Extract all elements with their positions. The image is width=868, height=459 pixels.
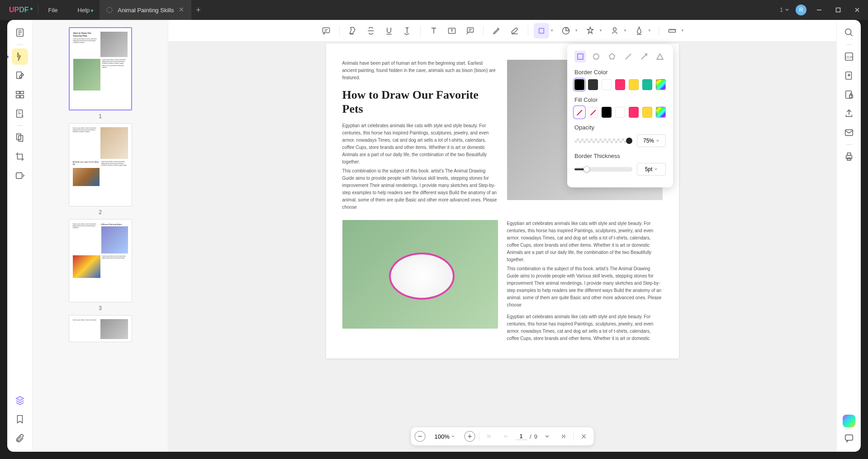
comment-mode-button[interactable] [12, 48, 28, 65]
color-swatch-pink[interactable] [629, 107, 639, 118]
callout-tool[interactable] [462, 23, 478, 38]
thumbnail-number: 2 [99, 209, 102, 215]
print-button[interactable] [841, 148, 857, 165]
color-swatch-none[interactable] [574, 107, 584, 118]
comment-tool[interactable] [318, 23, 334, 38]
crop-button[interactable] [12, 148, 28, 165]
shape-circle[interactable] [590, 51, 602, 62]
color-swatch-pink[interactable] [615, 79, 625, 90]
menu-file[interactable]: File [38, 7, 68, 14]
protect-button[interactable] [841, 86, 857, 103]
titlebar-dropdown[interactable]: 1 [780, 7, 789, 13]
last-page-button[interactable] [557, 430, 570, 443]
first-page-button[interactable] [483, 430, 495, 443]
shape-properties-popup: Border Color Fill Color Opacity [567, 44, 673, 187]
color-swatch-black[interactable] [574, 79, 584, 90]
close-window-button[interactable] [851, 4, 863, 16]
text-tool[interactable] [426, 23, 441, 38]
shape-triangle[interactable] [655, 51, 666, 62]
color-swatch-white[interactable] [615, 107, 625, 118]
color-swatch-darkgray[interactable] [588, 79, 598, 90]
thumbnail-page-1[interactable]: How to Draw Our Favorite Pets Lorem ipsu… [69, 27, 132, 110]
signature-tool[interactable] [607, 23, 622, 38]
shape-line[interactable] [622, 51, 634, 62]
document-tab[interactable]: Animal Painting Skills [100, 0, 191, 20]
shape-rectangle[interactable] [574, 51, 586, 62]
thumbnail-page-2[interactable]: Lorem ipsum dolor sit amet consectetur a… [69, 123, 132, 206]
thumbnail-item[interactable]: How to Draw Our Favorite Pets Lorem ipsu… [69, 27, 132, 120]
convert-button[interactable] [841, 67, 857, 84]
color-swatch-teal[interactable] [642, 79, 652, 90]
ai-assistant-button[interactable] [843, 415, 855, 427]
thickness-select[interactable]: 5pt [637, 163, 666, 176]
tab-close-button[interactable] [179, 7, 185, 13]
thickness-slider[interactable] [574, 167, 632, 172]
chat-button[interactable] [841, 430, 857, 446]
attachments-button[interactable] [12, 430, 28, 446]
redact-button[interactable] [12, 167, 28, 184]
organize-mode-button[interactable] [12, 86, 28, 103]
highlight-tool[interactable] [345, 23, 360, 38]
page-number-input[interactable] [515, 433, 527, 440]
thumbnail-item[interactable]: Lorem ipsum dolor sit amet consectetur [69, 315, 132, 342]
thumbnail-page-4[interactable]: Lorem ipsum dolor sit amet consectetur [69, 315, 132, 342]
page-tools-button[interactable] [12, 129, 28, 146]
bookmarks-button[interactable] [12, 411, 28, 427]
user-avatar[interactable]: R [796, 5, 806, 15]
thumbnail-page-3[interactable]: Lorem ipsum dolor sit amet consectetur a… [69, 219, 132, 302]
next-page-button[interactable] [541, 430, 554, 443]
color-swatch-yellow[interactable] [642, 107, 652, 118]
shape-polygon[interactable] [607, 51, 618, 62]
zoom-select[interactable]: 100% [429, 433, 460, 440]
svg-rect-12 [323, 28, 330, 33]
ocr-button[interactable]: OCR [841, 48, 857, 65]
layers-button[interactable] [12, 392, 28, 408]
maximize-button[interactable] [832, 4, 844, 16]
document-canvas[interactable]: ▼ ▼ ▼ ▼ ▼ ▼ Animals have been part of hu… [168, 20, 836, 452]
chevron-down-icon[interactable]: ▼ [648, 29, 651, 33]
color-swatch-custom[interactable] [656, 79, 666, 90]
thumbnail-item[interactable]: Lorem ipsum dolor sit amet consectetur a… [69, 123, 132, 215]
underline-tool[interactable] [381, 23, 397, 38]
edit-mode-button[interactable] [12, 67, 28, 84]
measure-tool[interactable] [664, 23, 680, 38]
squiggly-tool[interactable] [399, 23, 415, 38]
ink-signature-tool[interactable] [631, 23, 647, 38]
opacity-slider[interactable] [574, 139, 632, 143]
prev-page-button[interactable] [499, 430, 512, 443]
new-tab-button[interactable]: + [191, 5, 206, 15]
color-swatch-yellow[interactable] [629, 79, 639, 90]
chevron-down-icon[interactable]: ▼ [623, 29, 627, 33]
thumbnail-item[interactable]: Lorem ipsum dolor sit amet consectetur a… [69, 219, 132, 311]
eraser-tool[interactable] [507, 23, 522, 38]
search-button[interactable] [841, 24, 857, 41]
menu-help[interactable]: Help [68, 7, 100, 14]
form-mode-button[interactable] [12, 105, 28, 122]
shape-arrow[interactable] [638, 51, 650, 62]
zoom-out-button[interactable] [414, 431, 425, 442]
color-swatch-black[interactable] [602, 107, 612, 118]
svg-rect-5 [20, 91, 23, 94]
email-button[interactable] [841, 124, 857, 141]
sticker-tool[interactable] [558, 23, 574, 38]
color-swatch-custom[interactable] [656, 107, 666, 118]
svg-rect-6 [16, 96, 19, 98]
chevron-down-icon[interactable]: ▼ [599, 29, 602, 33]
minimize-button[interactable] [813, 4, 825, 16]
chevron-down-icon[interactable]: ▼ [681, 29, 684, 33]
stamp-tool[interactable] [583, 23, 598, 38]
color-swatch-white[interactable] [602, 79, 612, 90]
reader-mode-button[interactable] [12, 24, 28, 41]
color-swatch-none-2[interactable] [588, 107, 598, 118]
opacity-select[interactable]: 75% [637, 134, 666, 147]
pencil-tool[interactable] [489, 23, 504, 38]
share-button[interactable] [841, 105, 857, 122]
chevron-down-icon[interactable]: ▼ [550, 29, 554, 33]
titlebar-right: 1 R [780, 4, 868, 16]
close-nav-button[interactable] [578, 430, 590, 443]
shape-tool[interactable] [534, 23, 549, 38]
zoom-in-button[interactable] [464, 431, 475, 442]
chevron-down-icon[interactable]: ▼ [574, 29, 578, 33]
textbox-tool[interactable] [444, 23, 460, 38]
strikethrough-tool[interactable] [363, 23, 379, 38]
